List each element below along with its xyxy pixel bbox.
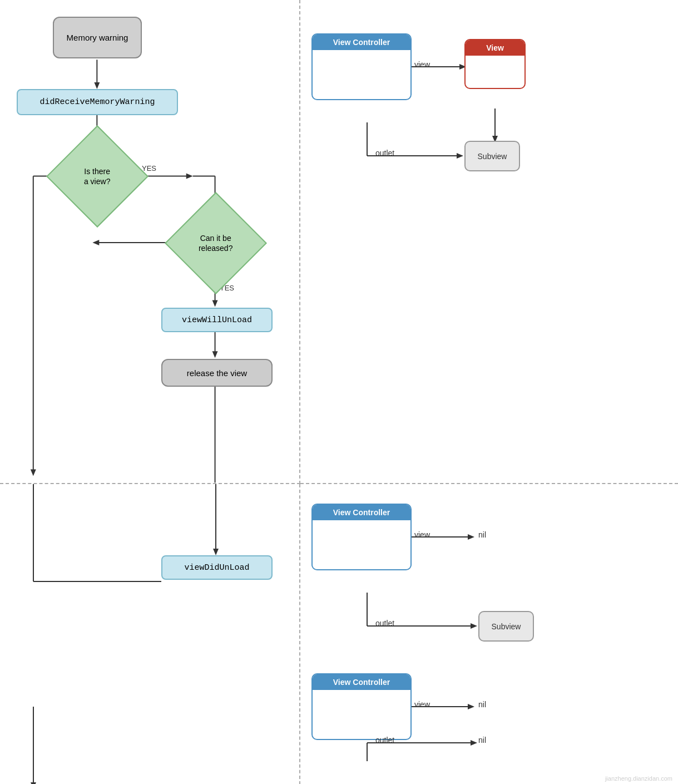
svg-marker-36 <box>471 623 477 629</box>
yes1-label: YES <box>142 164 156 172</box>
svg-marker-1 <box>94 82 100 89</box>
nil2-label-3: nil <box>478 736 486 744</box>
nil1-label-2: nil <box>478 530 486 539</box>
view-label-2: view <box>414 530 430 539</box>
subview-box-2: Subview <box>478 611 534 642</box>
svg-marker-17 <box>212 351 218 358</box>
svg-marker-15 <box>212 300 218 307</box>
outlet-label-2: outlet <box>375 619 394 628</box>
release-view-box: release the view <box>161 359 273 387</box>
subview-box-1: Subview <box>464 141 520 171</box>
svg-marker-23 <box>457 153 463 159</box>
diagrams-bottom-quadrant: View Controller view nil outlet Subview … <box>300 484 678 784</box>
flowchart-bottom-arrows <box>0 484 299 784</box>
can-be-released-diamond: Can it be released? <box>165 192 267 294</box>
view-box-1: View <box>464 39 526 89</box>
diagram1-quadrant: View Controller view View outlet Subview <box>300 0 678 484</box>
view-label-3: view <box>414 700 430 709</box>
view-will-unload-box: viewWillUnLoad <box>161 308 273 332</box>
svg-marker-27 <box>213 549 219 555</box>
did-receive-box: didReceiveMemoryWarning <box>17 89 178 115</box>
svg-marker-5 <box>186 173 193 179</box>
svg-marker-13 <box>31 469 36 476</box>
vc-box-1: View Controller <box>311 33 412 100</box>
svg-marker-41 <box>471 740 477 746</box>
flowchart-bottom-quadrant: viewDidUnLoad <box>0 484 300 784</box>
flowchart-quadrant: YES YES Memory warning didReceiveMemoryW… <box>0 0 300 484</box>
watermark: jianzheng.dianzidan.com <box>605 775 672 782</box>
vc-box-3: View Controller <box>311 673 412 740</box>
view-did-unload-box: viewDidUnLoad <box>161 555 273 580</box>
main-container: YES YES Memory warning didReceiveMemoryW… <box>0 0 678 784</box>
svg-marker-38 <box>468 704 474 709</box>
vc-box-2: View Controller <box>311 504 412 570</box>
is-there-view-diamond: Is there a view? <box>46 125 149 228</box>
view-label-1: view <box>414 60 430 69</box>
outlet-label-1: outlet <box>375 149 394 157</box>
memory-warning-box: Memory warning <box>53 17 142 58</box>
nil1-label-3: nil <box>478 700 486 709</box>
svg-marker-10 <box>92 240 99 245</box>
svg-marker-33 <box>468 534 474 540</box>
outlet-label-3: outlet <box>375 736 394 744</box>
